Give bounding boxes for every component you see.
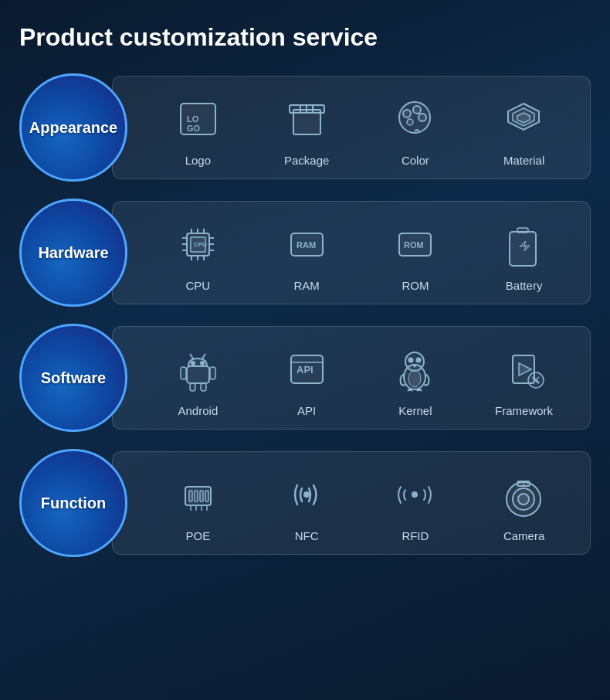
item-android: Android	[159, 342, 236, 417]
item-poe: POE	[159, 467, 236, 542]
svg-rect-61	[195, 491, 198, 501]
logo-label: Logo	[185, 154, 211, 167]
appearance-items-card: LO GO Logo Package	[112, 76, 591, 179]
function-items-card: POE NFC	[112, 451, 591, 555]
circle-hardware: Hardware	[19, 199, 127, 307]
item-kernel: Kernel	[377, 342, 454, 417]
rom-label: ROM	[402, 279, 429, 292]
item-nfc: NFC	[268, 467, 345, 542]
material-label: Material	[503, 154, 544, 167]
camera-icon	[497, 467, 551, 522]
svg-rect-35	[510, 232, 536, 266]
api-label: API	[297, 404, 316, 417]
ram-icon: RAM	[280, 217, 334, 271]
android-icon	[171, 342, 225, 396]
svg-point-69	[304, 492, 309, 497]
svg-point-11	[419, 114, 426, 121]
item-package: Package	[268, 92, 345, 167]
kernel-label: Kernel	[398, 404, 432, 417]
ram-label: RAM	[293, 279, 319, 292]
svg-text:GO: GO	[187, 124, 201, 133]
svg-line-41	[202, 354, 205, 358]
camera-label: Camera	[503, 529, 544, 542]
poe-icon	[171, 467, 225, 522]
svg-rect-62	[200, 491, 203, 501]
section-hardware: Hardware	[19, 199, 591, 307]
svg-point-10	[413, 106, 421, 114]
svg-text:LO: LO	[187, 114, 199, 124]
hardware-items-card: CPU CPU RAM RAM ROM ROM	[112, 201, 591, 304]
svg-line-40	[190, 354, 193, 358]
item-rfid: RFID	[377, 467, 454, 542]
svg-point-50	[408, 370, 421, 387]
svg-text:API: API	[297, 364, 313, 375]
poe-label: POE	[186, 529, 211, 542]
svg-text:RAM: RAM	[297, 240, 316, 250]
cpu-icon: CPU	[171, 217, 225, 271]
item-ram: RAM RAM	[268, 217, 345, 292]
rfid-icon	[388, 467, 442, 522]
svg-rect-43	[210, 367, 215, 379]
item-logo: LO GO Logo	[159, 92, 236, 167]
svg-point-9	[403, 110, 411, 117]
item-cpu: CPU CPU	[159, 217, 236, 292]
svg-point-39	[201, 362, 204, 365]
rom-icon: ROM	[388, 217, 442, 271]
color-label: Color	[402, 154, 429, 167]
cpu-label: CPU	[186, 279, 211, 292]
item-rom: ROM ROM	[377, 217, 454, 292]
api-icon: API	[280, 342, 334, 396]
color-icon	[388, 92, 442, 146]
svg-rect-63	[205, 491, 208, 501]
framework-label: Framework	[495, 404, 553, 417]
rfid-label: RFID	[402, 529, 429, 542]
svg-point-51	[405, 352, 424, 371]
software-items-card: Android API API	[112, 326, 591, 430]
svg-rect-60	[189, 491, 192, 501]
page-title: Product customization service	[19, 23, 591, 52]
logo-icon: LO GO	[171, 92, 225, 146]
svg-rect-45	[201, 383, 206, 391]
svg-point-73	[518, 494, 529, 505]
svg-rect-44	[190, 383, 195, 391]
section-software: Software	[19, 324, 591, 432]
svg-rect-42	[181, 367, 186, 379]
item-material: Material	[486, 92, 563, 167]
svg-point-38	[191, 362, 195, 365]
section-function: Function POE	[19, 449, 591, 557]
svg-rect-37	[187, 366, 209, 383]
kernel-icon	[388, 342, 442, 396]
framework-icon	[497, 342, 551, 396]
package-icon	[280, 92, 334, 146]
circle-software: Software	[19, 324, 127, 432]
item-framework: Framework	[486, 342, 563, 417]
svg-text:CPU: CPU	[194, 241, 207, 248]
material-icon	[497, 92, 551, 146]
svg-point-12	[407, 119, 413, 125]
nfc-icon	[280, 467, 334, 522]
svg-point-70	[412, 492, 417, 497]
battery-icon	[497, 217, 551, 271]
battery-label: Battery	[506, 279, 543, 292]
circle-appearance: Appearance	[19, 73, 127, 182]
svg-point-53	[417, 358, 421, 362]
section-appearance: Appearance LO GO Logo	[19, 73, 591, 182]
package-label: Package	[284, 154, 329, 167]
android-label: Android	[178, 404, 219, 417]
item-api: API API	[268, 342, 345, 417]
svg-text:ROM: ROM	[404, 240, 424, 250]
item-battery: Battery	[486, 217, 563, 292]
circle-function: Function	[19, 449, 127, 557]
svg-rect-36	[517, 228, 528, 233]
item-camera: Camera	[486, 467, 563, 542]
item-color: Color	[377, 92, 454, 167]
nfc-label: NFC	[295, 529, 319, 542]
svg-point-52	[409, 358, 413, 362]
